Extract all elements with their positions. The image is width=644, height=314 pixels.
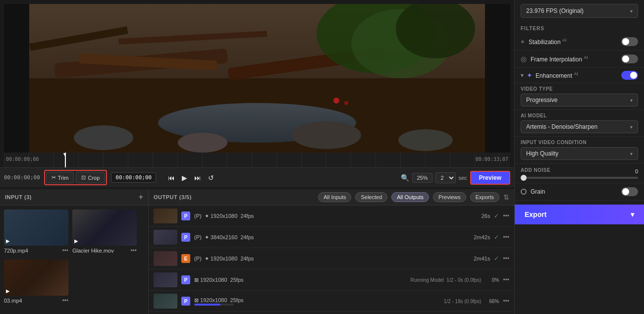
add-input-button[interactable]: + [139, 193, 143, 201]
ai-model-label: AI MODEL [521, 113, 638, 118]
grain-toggle[interactable] [621, 187, 638, 196]
video-type-dropdown[interactable]: Progressive ▾ [521, 94, 638, 106]
table-row[interactable]: P ⊠ 1920x1080 25fps Running Model 1/2 - … [149, 269, 514, 291]
speed-select[interactable]: 2 1 4 [435, 172, 456, 183]
enhancement-ai-badge: AI [574, 71, 578, 76]
output-thumb-4 [154, 294, 177, 309]
input-panel: INPUT (3) + ▶ 720p.mp4 ••• [0, 189, 149, 314]
input-filename-2: 03.mp4 [4, 298, 22, 304]
badge-p-0: P [181, 211, 190, 220]
export-button[interactable]: Export ▾ [515, 205, 644, 224]
table-row[interactable]: P ⊠ 1920x1080 25fps 1/2 - 18s (0.9fps) 6… [149, 291, 514, 312]
timeline-toolbar: 00:00:00;00 ✂ Trim ⊡ Crop 00:00:00;00 ⏮ … [0, 167, 514, 187]
add-noise-value: 0 [628, 168, 638, 174]
output-info-4: ⊠ 1920x1080 25fps [194, 297, 440, 306]
output-progress-bar-4 [194, 304, 234, 306]
output-more-button-3[interactable]: ••• [503, 276, 509, 283]
noise-slider[interactable] [521, 177, 638, 179]
scrubber-area[interactable]: 00:00:00;00 00:00:33;07 [4, 153, 510, 167]
badge-e-2: E [181, 254, 190, 263]
output-more-button-0[interactable]: ••• [503, 212, 509, 219]
input-thumb-0: ▶ [4, 209, 68, 246]
output-thumb-3 [154, 272, 177, 287]
output-info-2: (P) ✦ 1920x1080 24fps [194, 256, 470, 262]
scrubber-playhead[interactable] [65, 153, 66, 167]
enhancement-label: Enhancement AI [536, 71, 621, 79]
enhancement-toggle[interactable] [621, 71, 638, 80]
svg-point-15 [333, 98, 339, 104]
output-sort-button[interactable]: ⇅ [503, 193, 509, 201]
output-more-button-2[interactable]: ••• [503, 255, 509, 262]
video-type-label: VIDEO TYPE [521, 86, 638, 92]
stabilization-toggle[interactable] [621, 37, 638, 46]
output-more-button-4[interactable]: ••• [503, 298, 509, 305]
timeline-start: 00:00:00;00 [6, 157, 39, 162]
video-type-value: Progressive [526, 97, 557, 104]
output-thumb-0 [154, 209, 177, 223]
input-thumb-1: ▶ [72, 209, 137, 246]
trim-button[interactable]: ✂ Trim [46, 172, 74, 183]
output-status-3: Running Model 1/2 - 0s (0.0fps) [411, 277, 482, 283]
filter-exports[interactable]: Exports [470, 192, 499, 202]
export-label: Export [525, 210, 546, 218]
stabilization-filter-row: ⌖ Stabilization AI [515, 33, 644, 51]
output-res-3: ⊠ 1920x1080 25fps [194, 277, 407, 283]
output-check-2: ✓ [494, 255, 499, 262]
time-start-display: 00:00:00;00 [4, 174, 40, 181]
list-item[interactable]: ▶ 03.mp4 ••• [4, 260, 68, 306]
add-noise-label: ADD NOISE [521, 167, 550, 173]
zoom-in-icon[interactable]: 🔍 [401, 174, 409, 182]
enhancement-section-row[interactable]: ▾ ✦ Enhancement AI [515, 68, 644, 83]
input-video-condition-label: INPUT VIDEO CONDITION [521, 140, 638, 145]
noise-slider-thumb[interactable] [521, 175, 527, 181]
output-duration-2: 2m41s [474, 256, 490, 262]
loop-button[interactable]: ↺ [206, 173, 216, 183]
zoom-level-display: 25% [412, 173, 432, 183]
output-panel-title: OUTPUT (3/5) [154, 194, 192, 200]
table-row[interactable]: E (P) ✦ 1920x1080 24fps 2m41s ✓ ••• [149, 248, 514, 269]
noise-slider-container [521, 177, 638, 179]
fps-dropdown[interactable]: 23.976 FPS (Original) ▾ [521, 4, 638, 18]
output-info-0: (P) ✦ 1920x1080 24fps [194, 213, 478, 219]
trim-crop-group: ✂ Trim ⊡ Crop [44, 170, 107, 185]
input-panel-header: INPUT (3) + [0, 189, 148, 206]
filter-previews[interactable]: Previews [433, 192, 466, 202]
output-more-button-1[interactable]: ••• [503, 234, 509, 241]
crop-button[interactable]: ⊡ Crop [76, 172, 105, 183]
output-info-1: (P) ✦ 3840x2160 24fps [194, 234, 470, 241]
badge-p-4: P [181, 297, 190, 306]
ai-model-dropdown[interactable]: Artemis - Denoise/Sharpen ▾ [521, 120, 638, 133]
step-back-button[interactable]: ⏮ [166, 173, 177, 183]
fps-chevron-icon: ▾ [630, 8, 633, 14]
output-res-4: ⊠ 1920x1080 25fps [194, 297, 440, 304]
input-video-condition-dropdown[interactable]: High Quality ▾ [521, 147, 638, 160]
grain-row: Grain [515, 183, 644, 201]
filters-section-label: FILTERS [515, 22, 644, 33]
svg-point-14 [398, 129, 453, 151]
output-pct-4: 66% [485, 299, 499, 304]
filter-all-inputs[interactable]: All Inputs [318, 192, 351, 202]
input-more-button-1[interactable]: ••• [130, 247, 137, 254]
frame-interpolation-toggle[interactable] [621, 54, 638, 63]
enhancement-caret-icon: ▾ [521, 72, 524, 79]
list-item[interactable]: ▶ Glacier Hike.mov ••• [72, 209, 137, 256]
time-input-display[interactable]: 00:00:00;00 [111, 172, 156, 183]
input-more-button-2[interactable]: ••• [62, 297, 68, 304]
table-row[interactable]: P (P) ✦ 3840x2160 24fps 2m42s ✓ ••• [149, 227, 514, 248]
filter-all-outputs[interactable]: All Outputs [391, 192, 429, 202]
filter-selected[interactable]: Selected [355, 192, 387, 202]
step-forward-button[interactable]: ⏭ [192, 173, 203, 183]
crop-label: Crop [88, 175, 100, 181]
bottom-panels: INPUT (3) + ▶ 720p.mp4 ••• [0, 189, 514, 314]
output-check-0: ✓ [494, 212, 499, 219]
svg-point-12 [178, 133, 227, 153]
table-row[interactable]: P (P) ✦ 1920x1080 24fps 26s ✓ ••• [149, 206, 514, 227]
play-button[interactable]: ▶ [180, 173, 189, 183]
preview-button[interactable]: Preview [470, 171, 510, 185]
grain-circle-icon [521, 189, 527, 195]
input-more-button-0[interactable]: ••• [62, 247, 68, 254]
playback-controls: ⏮ ▶ ⏭ ↺ [166, 173, 216, 183]
input-thumb-2: ▶ [4, 260, 68, 296]
list-item[interactable]: ▶ 720p.mp4 ••• [4, 209, 68, 256]
input-video-condition-row: INPUT VIDEO CONDITION High Quality ▾ [515, 137, 644, 163]
